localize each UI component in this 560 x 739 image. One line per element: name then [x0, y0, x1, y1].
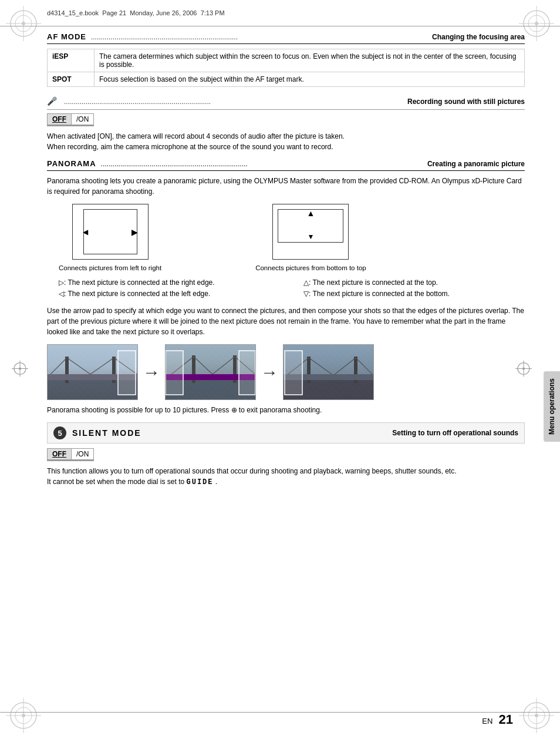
diagram-frame-right: ▲ ▼	[272, 204, 349, 260]
arrow-down-indicator: ▼	[307, 233, 314, 241]
recording-body1: When activated [ON], the camera will rec…	[47, 131, 525, 142]
recording-on-label: /ON	[72, 114, 93, 125]
table-row: SPOT Focus selection is based on the sub…	[48, 72, 525, 87]
photo-box-1	[47, 344, 138, 400]
photo-box-2	[165, 344, 256, 400]
af-spot-label: SPOT	[48, 72, 95, 87]
header-page: Page 21	[102, 9, 126, 16]
guide-label: GUIDE	[186, 478, 213, 486]
page-number-area: EN 21	[482, 712, 513, 727]
diagram-inner-top: ▲ ▼	[278, 209, 343, 243]
panorama-dots: ........................................…	[101, 160, 423, 168]
diagram-inner-left: ▶ ◀	[83, 209, 137, 254]
header-filename: d4314_15_e.book	[47, 9, 99, 16]
silent-mode-body: This function allows you to turn off ope…	[47, 466, 525, 488]
header-time: 7:13 PM	[201, 9, 225, 16]
panorama-note: Panorama shooting is possible for up to …	[47, 405, 525, 415]
page-num: 21	[499, 712, 513, 727]
silent-mode-title: SILENT MODE	[72, 428, 392, 438]
arrow-connector-1: →	[143, 362, 160, 382]
recording-right: Recording sound with still pictures	[407, 98, 525, 106]
svg-point-19	[535, 714, 538, 717]
silent-on-label: /ON	[72, 449, 93, 459]
menu-operations-tab: Menu operations	[544, 371, 560, 442]
table-row: iESP The camera determines which subject…	[48, 49, 525, 72]
arrow-left-2: ◁: The next picture is connected at the …	[59, 288, 280, 300]
arrow-col-left: ▷: The next picture is connected at the …	[59, 277, 280, 300]
arrow-right-2: ▽: The next picture is connected at the …	[303, 288, 525, 300]
arrow-right-1: △: The next picture is connected at the …	[303, 277, 525, 288]
af-spot-desc: Focus selection is based on the subject …	[95, 72, 525, 87]
silent-off-label: OFF	[48, 449, 72, 459]
photo-box-3	[283, 344, 374, 400]
recording-section-header: 🎤 ......................................…	[47, 96, 525, 106]
crosshair-left	[12, 361, 28, 379]
arrow-left-1: ▷: The next picture is connected at the …	[59, 277, 280, 288]
arrow-left-indicator: ◀	[83, 228, 88, 236]
recording-body2: When recording, aim the camera microphon…	[47, 142, 525, 152]
diagram-right-caption: Connects pictures from bottom to top	[255, 263, 366, 273]
arrow-connector-2: →	[261, 362, 278, 382]
silent-off-on: OFF /ON	[47, 448, 94, 461]
svg-rect-38	[118, 351, 136, 395]
arrow-descriptions: ▷: The next picture is connected at the …	[59, 277, 525, 300]
main-content: AF MODE ................................…	[47, 32, 525, 704]
recording-section-line	[47, 109, 525, 110]
diagram-top-bottom: ▲ ▼ Connects pictures from bottom to top	[255, 204, 366, 273]
photo-strip: → →	[47, 344, 525, 400]
svg-rect-50	[239, 351, 255, 395]
arrow-right-indicator: ▶	[131, 227, 138, 237]
panorama-right: Creating a panoramic picture	[427, 160, 525, 168]
diagram-left-caption: Connects pictures from left to right	[59, 263, 161, 273]
svg-rect-49	[166, 351, 183, 395]
silent-mode-right: Setting to turn off operational sounds	[392, 429, 518, 437]
arrow-up-indicator: ▲	[306, 209, 315, 218]
silent-body2: It cannot be set when the mode dial is s…	[47, 476, 525, 488]
recording-body: When activated [ON], the camera will rec…	[47, 131, 525, 152]
panorama-bottom-text: Use the arrow pad to specify at which ed…	[47, 305, 525, 337]
corner-decoration-bl	[6, 698, 41, 733]
tab-label: Menu operations	[548, 378, 556, 435]
af-mode-title: AF MODE	[47, 32, 86, 41]
af-mode-dots: ........................................…	[91, 33, 427, 41]
panorama-diagrams: ▶ ◀ Connects pictures from left to right…	[59, 204, 525, 273]
af-iesp-label: iESP	[48, 49, 95, 72]
af-iesp-desc: The camera determines which subject with…	[95, 49, 525, 72]
af-mode-table: iESP The camera determines which subject…	[47, 49, 525, 87]
panorama-body: Panorama shooting lets you create a pano…	[47, 176, 525, 197]
panorama-title: PANORAMA	[47, 159, 96, 168]
svg-rect-61	[285, 351, 302, 395]
silent-mode-section: 5 SILENT MODE Setting to turn off operat…	[47, 422, 525, 444]
af-mode-section-header: AF MODE ................................…	[47, 32, 525, 44]
diagram-left-right: ▶ ◀ Connects pictures from left to right	[59, 204, 161, 273]
recording-off-on: OFF /ON	[47, 113, 94, 126]
diagram-frame-left: ▶ ◀	[72, 204, 149, 260]
header-day: Monday, June 26, 2006	[130, 9, 197, 16]
recording-off-label: OFF	[48, 114, 72, 125]
recording-dots: ........................................…	[64, 98, 403, 106]
arrow-col-right: △: The next picture is connected at the …	[303, 277, 525, 300]
bottom-border-line	[0, 712, 560, 713]
af-mode-right: Changing the focusing area	[432, 33, 525, 41]
panorama-section-header: PANORAMA ...............................…	[47, 159, 525, 171]
page-en-label: EN	[482, 717, 492, 725]
photo-sim-2	[165, 344, 256, 400]
mic-icon: 🎤	[47, 96, 57, 106]
svg-point-14	[22, 714, 25, 717]
silent-body1: This function allows you to turn off ope…	[47, 466, 525, 476]
photo-sim-1	[47, 344, 138, 400]
photo-sim-3	[283, 344, 374, 400]
svg-point-23	[19, 368, 21, 370]
header-bar: d4314_15_e.book Page 21 Monday, June 26,…	[0, 0, 560, 26]
silent-mode-number: 5	[53, 426, 66, 439]
